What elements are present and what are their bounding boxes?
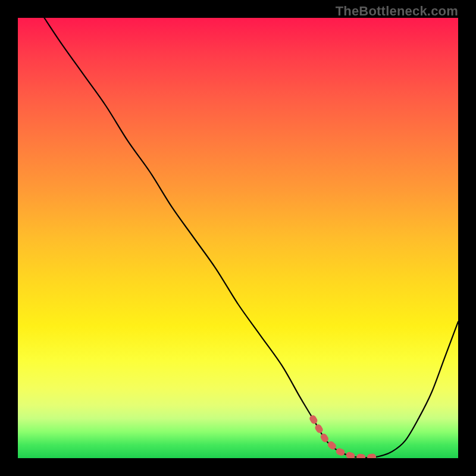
plot-area [18, 18, 458, 458]
optimal-marker-band [313, 418, 379, 458]
chart-frame: TheBottleneck.com [0, 0, 476, 476]
watermark-label: TheBottleneck.com [336, 4, 458, 19]
bottleneck-curve-svg [18, 18, 458, 458]
bottleneck-curve [44, 18, 458, 458]
